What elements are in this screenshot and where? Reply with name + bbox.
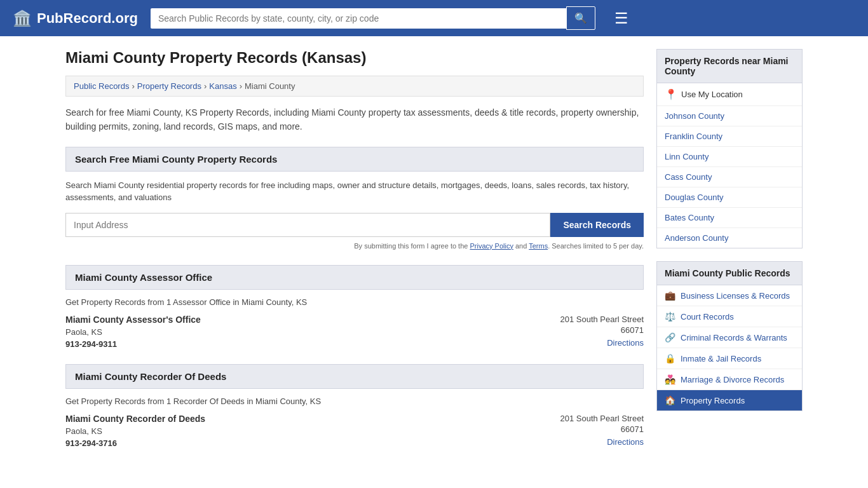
assessor-desc: Get Property Records from 1 Assessor Off… — [65, 297, 644, 307]
recorder-desc: Get Property Records from 1 Recorder Of … — [65, 396, 644, 406]
recorder-info-left: Miami County Recorder of Deeds Paola, KS… — [65, 414, 517, 448]
recorder-card: Miami County Recorder of Deeds Paola, KS… — [65, 414, 644, 448]
criminal-icon: 🔗 — [665, 332, 675, 342]
list-item[interactable]: 💑 Marriage & Divorce Records — [657, 369, 802, 390]
nearby-counties-box: Property Records near Miami County 📍 Use… — [656, 49, 803, 248]
breadcrumb-public-records[interactable]: Public Records — [74, 81, 129, 91]
search-desc: Search Miami County residential property… — [65, 179, 644, 204]
list-item[interactable]: Douglas County — [657, 187, 802, 208]
pr-link-business[interactable]: 💼 Business Licenses & Records — [657, 285, 802, 306]
assessor-card: Miami County Assessor's Office Paola, KS… — [65, 315, 644, 349]
list-item[interactable]: Linn County — [657, 147, 802, 167]
pr-label: Marriage & Divorce Records — [681, 375, 784, 384]
use-location-item[interactable]: 📍 Use My Location — [657, 83, 802, 106]
court-icon: ⚖️ — [665, 311, 675, 322]
breadcrumb-current: Miami County — [245, 81, 295, 91]
list-item[interactable]: 💼 Business Licenses & Records — [657, 285, 802, 306]
bc-sep-2: › — [204, 81, 207, 91]
county-link-linn[interactable]: Linn County — [657, 147, 802, 166]
assessor-city: Paola, KS — [65, 327, 517, 337]
list-item[interactable]: 🔒 Inmate & Jail Records — [657, 348, 802, 369]
breadcrumb: Public Records › Property Records › Kans… — [65, 76, 644, 97]
assessor-directions-link[interactable]: Directions — [607, 338, 644, 348]
intro-text: Search for free Miami County, KS Propert… — [65, 105, 644, 134]
pr-label: Property Records — [681, 396, 745, 405]
public-records-header: Miami County Public Records — [656, 261, 803, 285]
assessor-address: 201 South Pearl Street — [529, 315, 644, 324]
list-item[interactable]: ⚖️ Court Records — [657, 306, 802, 327]
county-link-anderson[interactable]: Anderson County — [657, 228, 802, 248]
assessor-info-right: 201 South Pearl Street 66071 Directions — [529, 315, 644, 349]
list-item[interactable]: Cass County — [657, 167, 802, 187]
county-link-bates[interactable]: Bates County — [657, 208, 802, 227]
list-item[interactable]: Johnson County — [657, 106, 802, 126]
inmate-icon: 🔒 — [665, 353, 675, 363]
search-records-button[interactable]: Search Records — [550, 213, 644, 237]
recorder-city: Paola, KS — [65, 426, 517, 436]
form-disclaimer: By submitting this form I agree to the P… — [65, 242, 644, 250]
recorder-name: Miami County Recorder of Deeds — [65, 414, 517, 424]
list-item[interactable]: Anderson County — [657, 228, 802, 248]
pr-link-criminal[interactable]: 🔗 Criminal Records & Warrants — [657, 327, 802, 348]
recorder-zip: 66071 — [529, 424, 644, 434]
county-link-cass[interactable]: Cass County — [657, 167, 802, 187]
address-search-form: Search Records — [65, 213, 644, 237]
header-search-button[interactable]: 🔍 — [566, 6, 595, 30]
site-logo[interactable]: 🏛️ PubRecord.org — [13, 10, 138, 27]
logo-icon: 🏛️ — [13, 10, 32, 27]
pr-link-property[interactable]: 🏠 Property Records — [657, 390, 802, 410]
search-section-header: Search Free Miami County Property Record… — [65, 147, 644, 172]
use-location-label: Use My Location — [681, 90, 743, 99]
county-link-franklin[interactable]: Franklin County — [657, 126, 802, 146]
nearby-counties-list: 📍 Use My Location Johnson County Frankli… — [656, 83, 803, 248]
list-item[interactable]: 🏠 Property Records — [657, 390, 802, 410]
list-item[interactable]: 🔗 Criminal Records & Warrants — [657, 327, 802, 348]
public-records-list: 💼 Business Licenses & Records ⚖️ Court R… — [656, 285, 803, 411]
marriage-icon: 💑 — [665, 374, 675, 384]
assessor-zip: 66071 — [529, 325, 644, 335]
pr-link-inmate[interactable]: 🔒 Inmate & Jail Records — [657, 348, 802, 369]
recorder-section-header: Miami County Recorder Of Deeds — [65, 364, 644, 389]
site-header: 🏛️ PubRecord.org 🔍 ☰ — [0, 0, 868, 36]
content-area: Miami County Property Records (Kansas) P… — [65, 49, 644, 463]
list-item[interactable]: Bates County — [657, 208, 802, 228]
list-item[interactable]: Franklin County — [657, 126, 802, 147]
hamburger-menu-button[interactable]: ☰ — [614, 10, 628, 27]
recorder-info-right: 201 South Pearl Street 66071 Directions — [529, 414, 644, 448]
assessor-phone: 913-294-9311 — [65, 339, 517, 349]
property-icon: 🏠 — [665, 395, 675, 405]
bc-sep-3: › — [240, 81, 242, 91]
public-records-box: Miami County Public Records 💼 Business L… — [656, 261, 803, 411]
recorder-directions-link[interactable]: Directions — [607, 437, 644, 447]
address-input[interactable] — [65, 213, 550, 237]
breadcrumb-property-records[interactable]: Property Records — [137, 81, 201, 91]
pr-label: Criminal Records & Warrants — [681, 333, 787, 342]
header-search-input[interactable] — [151, 8, 566, 29]
pr-link-marriage[interactable]: 💑 Marriage & Divorce Records — [657, 369, 802, 390]
nearby-counties-header: Property Records near Miami County — [656, 49, 803, 83]
pr-label: Business Licenses & Records — [681, 291, 790, 301]
assessor-section: Miami County Assessor Office Get Propert… — [65, 265, 644, 349]
recorder-address: 201 South Pearl Street — [529, 414, 644, 423]
pr-label: Inmate & Jail Records — [681, 354, 761, 363]
assessor-section-header: Miami County Assessor Office — [65, 265, 644, 290]
pr-link-court[interactable]: ⚖️ Court Records — [657, 306, 802, 327]
main-container: Miami County Property Records (Kansas) P… — [53, 36, 815, 476]
county-link-douglas[interactable]: Douglas County — [657, 187, 802, 207]
recorder-phone: 913-294-3716 — [65, 438, 517, 448]
county-link-johnson[interactable]: Johnson County — [657, 106, 802, 126]
search-section: Search Free Miami County Property Record… — [65, 147, 644, 250]
logo-text: PubRecord.org — [37, 10, 138, 27]
sidebar: Property Records near Miami County 📍 Use… — [656, 49, 803, 463]
privacy-policy-link[interactable]: Privacy Policy — [470, 242, 513, 250]
breadcrumb-kansas[interactable]: Kansas — [209, 81, 236, 91]
location-icon: 📍 — [665, 88, 677, 100]
page-title: Miami County Property Records (Kansas) — [65, 49, 644, 67]
business-icon: 💼 — [665, 290, 675, 301]
use-location-link[interactable]: 📍 Use My Location — [657, 83, 802, 105]
terms-link[interactable]: Terms — [529, 242, 548, 250]
assessor-name: Miami County Assessor's Office — [65, 315, 517, 325]
assessor-info-left: Miami County Assessor's Office Paola, KS… — [65, 315, 517, 349]
bc-sep-1: › — [132, 81, 134, 91]
header-search-container: 🔍 — [151, 6, 595, 30]
